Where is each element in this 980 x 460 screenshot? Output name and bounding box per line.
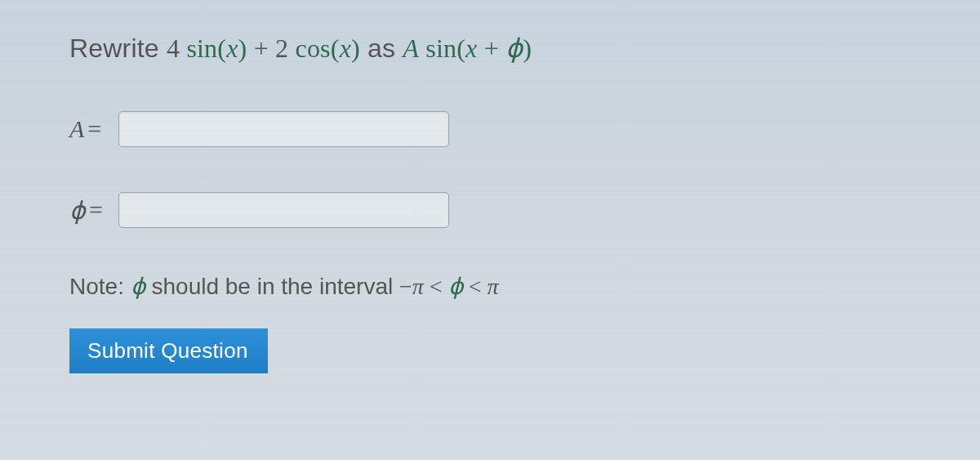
lhs-coef1: 4 — [167, 33, 180, 63]
rhs-plus: + — [477, 33, 506, 63]
input-phi[interactable] — [118, 192, 449, 228]
note-phi2: ϕ — [448, 274, 463, 299]
rhs-close: ) — [523, 33, 532, 63]
label-phi-sym: ϕ — [69, 196, 86, 225]
note-phi: ϕ — [131, 274, 145, 299]
lhs-space2 — [288, 33, 295, 63]
row-A: A = — [69, 111, 915, 147]
label-A-sym: A — [69, 115, 84, 143]
rhs-open: ( — [457, 33, 466, 63]
label-phi-eq: = — [89, 196, 103, 224]
lhs-arg1: x — [226, 33, 238, 63]
lhs-coef2: 2 — [275, 33, 288, 63]
lhs-func2: cos — [296, 33, 331, 63]
submit-button[interactable]: Submit Question — [69, 328, 268, 373]
label-A-eq: = — [87, 115, 101, 143]
note-pi1: π — [412, 274, 424, 299]
note-mid: should be in the interval — [145, 274, 399, 299]
note-lt1: < — [424, 274, 448, 299]
label-phi: ϕ = — [69, 196, 109, 225]
lhs-open1: ( — [217, 33, 226, 63]
note-line: Note: ϕ should be in the interval −π < ϕ… — [69, 273, 915, 300]
prompt-mid: as — [360, 33, 403, 63]
row-phi: ϕ = — [69, 192, 915, 228]
note-lt2: < — [463, 274, 488, 299]
lhs-open2: ( — [331, 33, 340, 63]
rhs-func: sin — [425, 33, 457, 63]
lhs-close2: ) — [351, 33, 360, 63]
rhs-x: x — [466, 33, 477, 63]
question-prompt: Rewrite 4 sin(x) + 2 cos(x) as A sin(x +… — [69, 33, 915, 64]
note-pi2: π — [487, 274, 498, 299]
rhs-phi: ϕ — [506, 33, 523, 63]
question-container: Rewrite 4 sin(x) + 2 cos(x) as A sin(x +… — [0, 0, 980, 406]
rhs-A: A — [403, 33, 419, 63]
prompt-intro: Rewrite — [69, 33, 167, 63]
note-neg: − — [399, 274, 412, 299]
lhs-arg2: x — [340, 33, 351, 63]
label-A: A = — [69, 115, 109, 143]
lhs-func1: sin — [186, 33, 217, 63]
note-pre: Note: — [69, 274, 131, 299]
lhs-plus: + — [247, 33, 275, 63]
lhs-close1: ) — [238, 33, 247, 63]
input-A[interactable] — [118, 111, 449, 147]
